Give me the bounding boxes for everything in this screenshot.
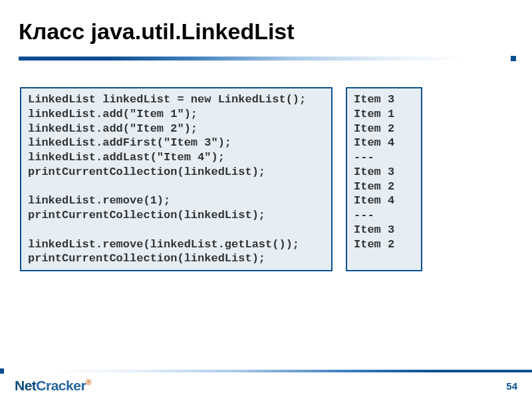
output-block: Item 3 Item 1 Item 2 Item 4 --- Item 3 I… <box>346 87 422 271</box>
page-number: 54 <box>506 380 517 392</box>
logo-cracker: Cracker <box>36 378 86 393</box>
code-block: LinkedList linkedList = new LinkedList()… <box>20 87 332 271</box>
slide-title: Класс java.util.LinkedList <box>19 19 513 45</box>
content-area: LinkedList linkedList = new LinkedList()… <box>19 87 513 271</box>
footer: NetCracker® 54 <box>0 368 532 399</box>
logo: NetCracker® <box>15 378 91 394</box>
logo-reg: ® <box>86 378 91 387</box>
logo-net: Net <box>15 378 36 393</box>
title-divider <box>19 57 513 61</box>
slide: Класс java.util.LinkedList LinkedList li… <box>0 0 532 399</box>
